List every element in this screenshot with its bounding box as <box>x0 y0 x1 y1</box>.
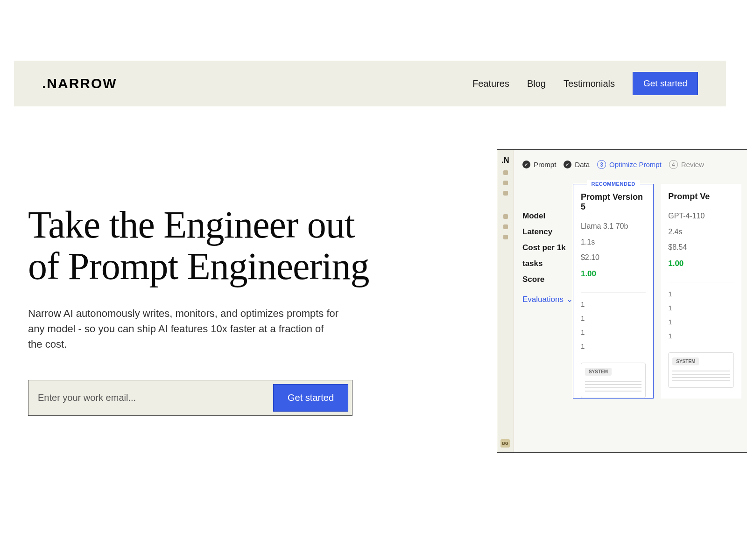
text-line-placeholder <box>585 381 641 382</box>
prompt-card[interactable]: Prompt Ve GPT-4-110 2.4s $8.54 1.00 1 1 … <box>661 184 741 399</box>
step-optimize[interactable]: 3 Optimize Prompt <box>597 160 662 169</box>
label-latency: Latency <box>522 224 573 240</box>
eval-value: 1 <box>581 297 646 311</box>
text-line-placeholder <box>585 384 641 385</box>
sidebar-icon[interactable] <box>503 224 508 229</box>
card-cost: $2.10 <box>581 250 646 266</box>
step-number-icon: 3 <box>597 160 606 169</box>
nav-features[interactable]: Features <box>472 78 509 89</box>
main-nav: Features Blog Testimonials Get started <box>472 72 698 95</box>
comparison-table: Model Latency Cost per 1k tasks Score Ev… <box>522 184 747 399</box>
email-submit-button[interactable]: Get started <box>273 384 348 412</box>
evaluations-toggle[interactable]: Evaluations ⌄ <box>522 294 573 304</box>
eval-value: 1 <box>581 339 646 353</box>
eval-value: 1 <box>581 311 646 325</box>
eval-value: 1 <box>581 325 646 339</box>
card-score: 1.00 <box>668 255 734 272</box>
step-data[interactable]: ✓ Data <box>564 161 590 168</box>
hero-subtitle: Narrow AI autonomously writes, monitors,… <box>28 306 341 352</box>
sidebar-icon[interactable] <box>503 170 508 175</box>
card-latency: 2.4s <box>668 224 734 240</box>
app-preview: .N BG ✓ Prompt ✓ Data 3 Optimize Prompt … <box>497 149 747 453</box>
system-tag: SYSTEM <box>672 357 699 365</box>
system-prompt-preview: SYSTEM <box>581 363 646 398</box>
text-line-placeholder <box>585 391 641 392</box>
step-review[interactable]: 4 Review <box>669 160 704 169</box>
card-title: Prompt Ve <box>668 192 734 202</box>
nav-testimonials[interactable]: Testimonials <box>564 78 615 89</box>
step-prompt[interactable]: ✓ Prompt <box>522 161 556 168</box>
label-cost: Cost per 1k tasks <box>522 240 573 272</box>
text-line-placeholder <box>672 377 730 378</box>
user-avatar[interactable]: BG <box>500 439 510 448</box>
card-model: Llama 3.1 70b <box>581 218 646 234</box>
site-header: .NARROW Features Blog Testimonials Get s… <box>14 61 726 106</box>
eval-rows: 1 1 1 1 <box>581 292 646 353</box>
prompt-card-recommended[interactable]: RECOMMENDED Prompt Version 5 Llama 3.1 7… <box>573 184 654 399</box>
sidebar-icon[interactable] <box>503 214 508 219</box>
text-line-placeholder <box>672 380 730 381</box>
workflow-stepper: ✓ Prompt ✓ Data 3 Optimize Prompt 4 Revi… <box>522 156 747 173</box>
nav-blog[interactable]: Blog <box>527 78 546 89</box>
sidebar-icon[interactable] <box>503 235 508 239</box>
eval-value: 1 <box>668 329 734 343</box>
card-latency: 1.1s <box>581 234 646 250</box>
system-prompt-preview: SYSTEM <box>668 352 734 388</box>
recommended-badge: RECOMMENDED <box>587 180 640 188</box>
card-cost: $8.54 <box>668 239 734 255</box>
text-line-placeholder <box>585 387 641 388</box>
app-logo-icon: .N <box>497 150 514 165</box>
eval-value: 1 <box>668 315 734 329</box>
text-line-placeholder <box>672 374 730 375</box>
app-sidebar: .N BG <box>497 150 514 452</box>
eval-rows: 1 1 1 1 <box>668 282 734 343</box>
sidebar-icon[interactable] <box>503 191 508 196</box>
card-title: Prompt Version 5 <box>581 192 646 212</box>
eval-value: 1 <box>668 287 734 301</box>
email-signup-form: Get started <box>28 380 352 416</box>
sidebar-icon[interactable] <box>503 181 508 185</box>
label-model: Model <box>522 208 573 224</box>
system-tag: SYSTEM <box>585 368 612 376</box>
metrics-labels: Model Latency Cost per 1k tasks Score Ev… <box>522 184 573 399</box>
check-icon: ✓ <box>522 161 530 168</box>
step-number-icon: 4 <box>669 160 678 169</box>
eval-value: 1 <box>668 301 734 315</box>
text-line-placeholder <box>672 371 730 371</box>
get-started-button[interactable]: Get started <box>633 72 698 95</box>
email-input[interactable] <box>32 386 273 410</box>
check-icon: ✓ <box>564 161 571 168</box>
card-score: 1.00 <box>581 266 646 282</box>
card-model: GPT-4-110 <box>668 208 734 224</box>
chevron-down-icon: ⌄ <box>566 294 573 304</box>
label-score: Score <box>522 272 573 287</box>
hero-title: Take the Engineer out of Prompt Engineer… <box>28 204 388 287</box>
brand-logo: .NARROW <box>42 76 117 91</box>
